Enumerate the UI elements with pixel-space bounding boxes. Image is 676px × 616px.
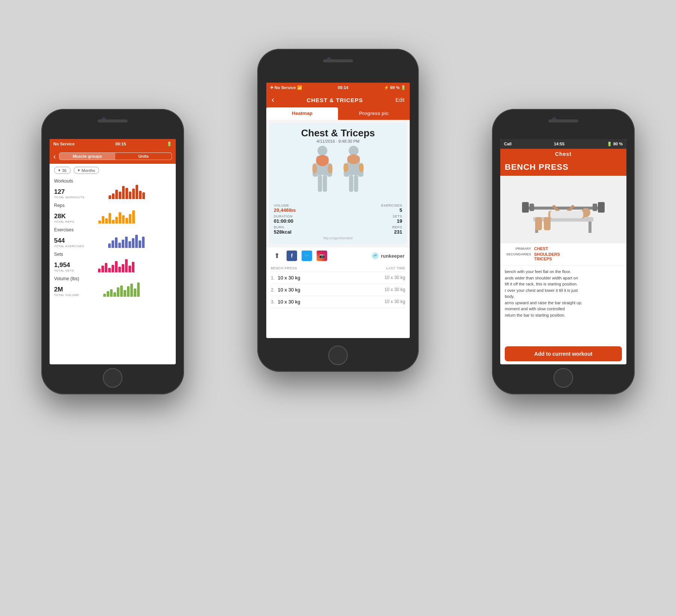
exercises-key: EXERCISES	[339, 204, 402, 207]
sets-key: SETS	[339, 214, 402, 218]
chevron-down-icon-2: ▾	[78, 168, 80, 173]
exercise-name: BENCH PRESS	[505, 162, 622, 172]
exercise-list: BENCH PRESS LAST TIME 1. 10 x 30 kg 10 x…	[266, 264, 410, 338]
svg-point-11	[347, 154, 360, 164]
seg-units[interactable]: Units	[115, 153, 172, 160]
center-header: ‹ CHEST & TRICEPS Edit	[266, 92, 410, 107]
svg-point-16	[359, 163, 364, 172]
secondaries-label: SECONDARIES	[505, 252, 531, 256]
edit-button[interactable]: Edit	[395, 97, 404, 103]
exercises-stat: Exercises 544 TOTAL EXERCISES	[54, 227, 171, 248]
burn-key: BURN	[274, 225, 337, 229]
center-title: CHEST & TRICEPS	[274, 97, 395, 103]
svg-rect-14	[349, 175, 353, 192]
instagram-icon[interactable]: 📷	[317, 251, 327, 261]
exercises-sub: TOTAL EXERCISES	[54, 245, 84, 248]
workouts-value: 127	[54, 188, 84, 196]
svg-rect-5	[318, 175, 322, 192]
center-back-arrow[interactable]: ‹	[272, 95, 274, 105]
volume-display: 20,446lbs	[274, 207, 337, 213]
workouts-sub: TOTAL WORKOUTS	[54, 196, 84, 199]
svg-point-7	[328, 164, 333, 174]
ex-num-1: 1.	[271, 275, 275, 281]
chevron-down-icon: ▾	[58, 168, 60, 173]
left-home-button[interactable]	[103, 368, 122, 388]
right-header-title: Chest	[555, 151, 572, 157]
twitter-icon[interactable]: 🐦	[302, 251, 312, 261]
exercise-row-2[interactable]: 2. 10 x 30 kg 10 x 30 kg	[271, 284, 405, 296]
tab-progress-pic[interactable]: Progress pic	[338, 107, 410, 120]
volume-key: VOLUME	[274, 204, 337, 207]
workout-card: Chest & Triceps 4/11/2016 · 9:48:30 PM	[269, 123, 407, 245]
workout-title: Chest & Triceps	[274, 127, 402, 139]
center-battery: ⚡ 69 %🔋	[384, 85, 406, 90]
center-service: ✈ No Service 📶	[270, 85, 302, 90]
secondary-muscle-1: SHOULDERS	[534, 252, 560, 257]
segment-control[interactable]: Muscle groups Units	[59, 152, 172, 160]
burn-display: 528kcal	[274, 229, 337, 235]
exercise-row-1[interactable]: 1. 10 x 30 kg 10 x 30 kg	[271, 272, 405, 284]
seg-muscle-groups[interactable]: Muscle groups	[59, 153, 116, 160]
ex-num-3: 3.	[271, 299, 275, 305]
center-time: 00:14	[338, 85, 348, 90]
right-header: Chest	[500, 149, 626, 159]
bench-press-svg	[511, 180, 616, 240]
add-to-workout-button[interactable]: Add to current workout	[505, 346, 622, 361]
left-nav: ‹ Muscle groups Units	[50, 149, 176, 164]
filter-count[interactable]: ▾ 36	[54, 167, 71, 174]
facebook-icon[interactable]: f	[287, 251, 297, 261]
watermark: fitty.co/gymherotest	[274, 236, 402, 240]
center-home-button[interactable]	[328, 346, 348, 365]
exercise-row-3[interactable]: 3. 10 x 30 kg 10 x 30 kg	[271, 296, 405, 308]
reps-key: REPS	[339, 225, 402, 229]
sets-display: 19	[339, 218, 402, 224]
filter-period[interactable]: ▾ Months	[74, 167, 99, 174]
body-back-figure	[340, 146, 368, 202]
left-back-arrow[interactable]: ‹	[53, 152, 56, 161]
volume-label: Volume (lbs)	[54, 276, 171, 281]
left-time: 00:15	[115, 142, 126, 146]
upload-icon[interactable]: ⬆	[272, 251, 282, 261]
runkeeper-icon	[371, 252, 379, 260]
sets-label: Sets	[54, 252, 171, 257]
right-battery: 🔋 80 %	[607, 142, 623, 146]
primary-label: PRIMARY	[505, 246, 531, 251]
bench-press-illustration	[500, 176, 626, 243]
volume-stat: Volume (lbs) 2M TOTAL VOLUME	[54, 276, 171, 297]
svg-rect-23	[530, 204, 534, 211]
svg-rect-31	[544, 217, 551, 230]
exercises-label: Exercises	[54, 227, 171, 233]
sets-value: 1,954	[54, 261, 74, 269]
exercise-description: bench with your feet flat on the floor.a…	[500, 266, 626, 343]
duration-key: DURATION	[274, 214, 337, 218]
filter-row: ▾ 36 ▾ Months	[50, 164, 176, 177]
ex-num-2: 2.	[271, 287, 275, 293]
reps-label: Reps	[54, 203, 171, 208]
duration-display: 01:00:00	[274, 218, 337, 224]
reps-chart	[98, 209, 135, 223]
share-row: ⬆ f 🐦 📷	[266, 248, 410, 264]
runkeeper-logo: runkeeper	[371, 252, 404, 260]
tab-heatmap[interactable]: Heatmap	[266, 107, 338, 120]
secondary-muscle-2: TRICEPS	[534, 257, 560, 261]
ex-set-3: 10 x 30 kg	[278, 299, 300, 305]
svg-point-9	[349, 146, 358, 156]
svg-point-8	[312, 164, 317, 174]
workout-stats-grid: VOLUME 20,446lbs EXERCISES 5 DURATION 01…	[274, 204, 402, 235]
phone-center: ✈ No Service 📶 00:14 ⚡ 69 %🔋 ‹ CHEST & T…	[257, 49, 419, 372]
ex-last-3: 10 x 30 kg	[385, 299, 405, 305]
ex-last-2: 10 x 30 kg	[385, 287, 405, 293]
exercise-list-header: BENCH PRESS LAST TIME	[271, 264, 405, 272]
exercise-col1: BENCH PRESS	[271, 266, 297, 270]
volume-value: 2M	[54, 286, 79, 293]
left-icons: 🔋	[167, 142, 172, 146]
phone-right: Call 14:55 🔋 80 % Chest BENCH PRESS	[492, 109, 635, 394]
svg-rect-6	[323, 175, 327, 192]
right-home-button[interactable]	[554, 368, 573, 388]
tab-row: Heatmap Progress pic	[266, 107, 410, 120]
stats-section: Workouts 127 TOTAL WORKOUTS	[50, 177, 176, 364]
svg-rect-25	[593, 204, 597, 211]
secondary-muscle-row: SECONDARIES SHOULDERS TRICEPS	[505, 252, 622, 261]
share-icons: ⬆ f 🐦 📷	[272, 251, 327, 261]
muscle-tags: PRIMARY CHEST SECONDARIES SHOULDERS TRIC…	[500, 243, 626, 266]
